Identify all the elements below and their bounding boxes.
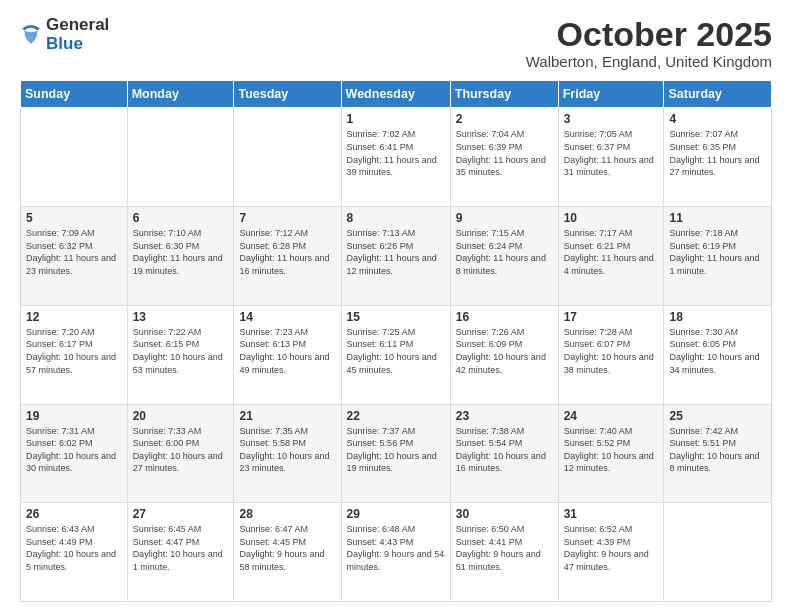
day-info: Sunrise: 7:28 AM Sunset: 6:07 PM Dayligh… xyxy=(564,326,659,376)
day-info: Sunrise: 6:45 AM Sunset: 4:47 PM Dayligh… xyxy=(133,523,229,573)
day-number: 4 xyxy=(669,112,766,126)
calendar-cell: 23Sunrise: 7:38 AM Sunset: 5:54 PM Dayli… xyxy=(450,404,558,503)
day-number: 7 xyxy=(239,211,335,225)
calendar-cell: 22Sunrise: 7:37 AM Sunset: 5:56 PM Dayli… xyxy=(341,404,450,503)
day-info: Sunrise: 7:02 AM Sunset: 6:41 PM Dayligh… xyxy=(347,128,445,178)
day-number: 15 xyxy=(347,310,445,324)
calendar-cell xyxy=(127,108,234,207)
day-number: 27 xyxy=(133,507,229,521)
day-info: Sunrise: 7:40 AM Sunset: 5:52 PM Dayligh… xyxy=(564,425,659,475)
logo-blue-text: Blue xyxy=(46,35,109,54)
logo-general-text: General xyxy=(46,16,109,35)
day-number: 16 xyxy=(456,310,553,324)
day-number: 20 xyxy=(133,409,229,423)
day-info: Sunrise: 7:37 AM Sunset: 5:56 PM Dayligh… xyxy=(347,425,445,475)
calendar-cell: 2Sunrise: 7:04 AM Sunset: 6:39 PM Daylig… xyxy=(450,108,558,207)
calendar-cell xyxy=(21,108,128,207)
day-info: Sunrise: 6:48 AM Sunset: 4:43 PM Dayligh… xyxy=(347,523,445,573)
day-info: Sunrise: 7:13 AM Sunset: 6:26 PM Dayligh… xyxy=(347,227,445,277)
title-block: October 2025 Walberton, England, United … xyxy=(526,16,772,70)
day-info: Sunrise: 7:25 AM Sunset: 6:11 PM Dayligh… xyxy=(347,326,445,376)
col-tuesday: Tuesday xyxy=(234,81,341,108)
calendar-body: 1Sunrise: 7:02 AM Sunset: 6:41 PM Daylig… xyxy=(21,108,772,602)
calendar-cell: 10Sunrise: 7:17 AM Sunset: 6:21 PM Dayli… xyxy=(558,207,664,306)
day-info: Sunrise: 6:43 AM Sunset: 4:49 PM Dayligh… xyxy=(26,523,122,573)
calendar-week-1: 1Sunrise: 7:02 AM Sunset: 6:41 PM Daylig… xyxy=(21,108,772,207)
day-info: Sunrise: 7:22 AM Sunset: 6:15 PM Dayligh… xyxy=(133,326,229,376)
day-info: Sunrise: 7:23 AM Sunset: 6:13 PM Dayligh… xyxy=(239,326,335,376)
day-info: Sunrise: 7:31 AM Sunset: 6:02 PM Dayligh… xyxy=(26,425,122,475)
logo-text: General Blue xyxy=(46,16,109,53)
calendar-cell: 11Sunrise: 7:18 AM Sunset: 6:19 PM Dayli… xyxy=(664,207,772,306)
day-number: 26 xyxy=(26,507,122,521)
day-number: 8 xyxy=(347,211,445,225)
day-info: Sunrise: 6:47 AM Sunset: 4:45 PM Dayligh… xyxy=(239,523,335,573)
calendar-cell: 4Sunrise: 7:07 AM Sunset: 6:35 PM Daylig… xyxy=(664,108,772,207)
calendar-cell: 30Sunrise: 6:50 AM Sunset: 4:41 PM Dayli… xyxy=(450,503,558,602)
calendar-cell xyxy=(234,108,341,207)
day-number: 5 xyxy=(26,211,122,225)
header-row: Sunday Monday Tuesday Wednesday Thursday… xyxy=(21,81,772,108)
day-number: 24 xyxy=(564,409,659,423)
day-info: Sunrise: 7:10 AM Sunset: 6:30 PM Dayligh… xyxy=(133,227,229,277)
page: General Blue October 2025 Walberton, Eng… xyxy=(0,0,792,612)
day-number: 1 xyxy=(347,112,445,126)
calendar-cell: 19Sunrise: 7:31 AM Sunset: 6:02 PM Dayli… xyxy=(21,404,128,503)
calendar-week-5: 26Sunrise: 6:43 AM Sunset: 4:49 PM Dayli… xyxy=(21,503,772,602)
day-info: Sunrise: 7:09 AM Sunset: 6:32 PM Dayligh… xyxy=(26,227,122,277)
day-number: 2 xyxy=(456,112,553,126)
calendar-cell: 25Sunrise: 7:42 AM Sunset: 5:51 PM Dayli… xyxy=(664,404,772,503)
day-number: 28 xyxy=(239,507,335,521)
day-info: Sunrise: 7:07 AM Sunset: 6:35 PM Dayligh… xyxy=(669,128,766,178)
calendar-cell: 20Sunrise: 7:33 AM Sunset: 6:00 PM Dayli… xyxy=(127,404,234,503)
calendar-cell: 5Sunrise: 7:09 AM Sunset: 6:32 PM Daylig… xyxy=(21,207,128,306)
col-friday: Friday xyxy=(558,81,664,108)
day-number: 22 xyxy=(347,409,445,423)
day-number: 11 xyxy=(669,211,766,225)
day-number: 9 xyxy=(456,211,553,225)
calendar-cell: 6Sunrise: 7:10 AM Sunset: 6:30 PM Daylig… xyxy=(127,207,234,306)
day-number: 31 xyxy=(564,507,659,521)
location: Walberton, England, United Kingdom xyxy=(526,53,772,70)
calendar-table: Sunday Monday Tuesday Wednesday Thursday… xyxy=(20,80,772,602)
day-number: 29 xyxy=(347,507,445,521)
calendar-cell: 29Sunrise: 6:48 AM Sunset: 4:43 PM Dayli… xyxy=(341,503,450,602)
col-monday: Monday xyxy=(127,81,234,108)
calendar-cell: 1Sunrise: 7:02 AM Sunset: 6:41 PM Daylig… xyxy=(341,108,450,207)
logo: General Blue xyxy=(20,16,109,53)
day-number: 10 xyxy=(564,211,659,225)
day-info: Sunrise: 7:33 AM Sunset: 6:00 PM Dayligh… xyxy=(133,425,229,475)
calendar-cell: 28Sunrise: 6:47 AM Sunset: 4:45 PM Dayli… xyxy=(234,503,341,602)
day-info: Sunrise: 7:38 AM Sunset: 5:54 PM Dayligh… xyxy=(456,425,553,475)
calendar-cell: 3Sunrise: 7:05 AM Sunset: 6:37 PM Daylig… xyxy=(558,108,664,207)
day-info: Sunrise: 7:42 AM Sunset: 5:51 PM Dayligh… xyxy=(669,425,766,475)
header: General Blue October 2025 Walberton, Eng… xyxy=(20,16,772,70)
day-number: 17 xyxy=(564,310,659,324)
day-number: 13 xyxy=(133,310,229,324)
day-number: 25 xyxy=(669,409,766,423)
day-info: Sunrise: 7:18 AM Sunset: 6:19 PM Dayligh… xyxy=(669,227,766,277)
calendar-cell: 8Sunrise: 7:13 AM Sunset: 6:26 PM Daylig… xyxy=(341,207,450,306)
calendar-week-4: 19Sunrise: 7:31 AM Sunset: 6:02 PM Dayli… xyxy=(21,404,772,503)
calendar-cell: 14Sunrise: 7:23 AM Sunset: 6:13 PM Dayli… xyxy=(234,305,341,404)
calendar-cell: 17Sunrise: 7:28 AM Sunset: 6:07 PM Dayli… xyxy=(558,305,664,404)
col-thursday: Thursday xyxy=(450,81,558,108)
calendar-cell xyxy=(664,503,772,602)
day-number: 30 xyxy=(456,507,553,521)
day-info: Sunrise: 7:26 AM Sunset: 6:09 PM Dayligh… xyxy=(456,326,553,376)
calendar-cell: 7Sunrise: 7:12 AM Sunset: 6:28 PM Daylig… xyxy=(234,207,341,306)
day-info: Sunrise: 7:30 AM Sunset: 6:05 PM Dayligh… xyxy=(669,326,766,376)
day-info: Sunrise: 6:52 AM Sunset: 4:39 PM Dayligh… xyxy=(564,523,659,573)
calendar-cell: 18Sunrise: 7:30 AM Sunset: 6:05 PM Dayli… xyxy=(664,305,772,404)
calendar-cell: 21Sunrise: 7:35 AM Sunset: 5:58 PM Dayli… xyxy=(234,404,341,503)
day-info: Sunrise: 7:05 AM Sunset: 6:37 PM Dayligh… xyxy=(564,128,659,178)
day-number: 23 xyxy=(456,409,553,423)
calendar-cell: 26Sunrise: 6:43 AM Sunset: 4:49 PM Dayli… xyxy=(21,503,128,602)
col-saturday: Saturday xyxy=(664,81,772,108)
day-info: Sunrise: 7:04 AM Sunset: 6:39 PM Dayligh… xyxy=(456,128,553,178)
calendar-cell: 13Sunrise: 7:22 AM Sunset: 6:15 PM Dayli… xyxy=(127,305,234,404)
col-wednesday: Wednesday xyxy=(341,81,450,108)
calendar-cell: 12Sunrise: 7:20 AM Sunset: 6:17 PM Dayli… xyxy=(21,305,128,404)
day-info: Sunrise: 7:17 AM Sunset: 6:21 PM Dayligh… xyxy=(564,227,659,277)
calendar-cell: 27Sunrise: 6:45 AM Sunset: 4:47 PM Dayli… xyxy=(127,503,234,602)
